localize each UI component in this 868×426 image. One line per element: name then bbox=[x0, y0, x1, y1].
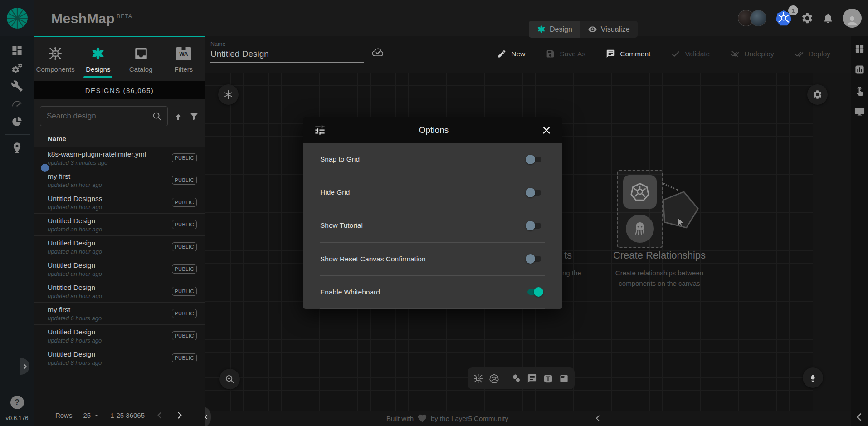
canvas-options-button[interactable] bbox=[807, 84, 828, 105]
undeploy-button[interactable]: Undeploy bbox=[730, 49, 774, 59]
design-updated: updated an hour ago bbox=[48, 293, 102, 299]
widgets-button[interactable] bbox=[854, 44, 865, 54]
search-input[interactable] bbox=[46, 111, 148, 121]
enable-whiteboard-toggle[interactable] bbox=[527, 289, 541, 295]
snowflake-gear-icon bbox=[223, 89, 234, 100]
display-button[interactable] bbox=[854, 106, 865, 117]
panel-tabs: Components Designs Catalog WA Filters bbox=[34, 37, 205, 81]
genie-lamp-icon bbox=[808, 372, 818, 383]
save-as-button[interactable]: Save As bbox=[546, 49, 585, 59]
design-list-item[interactable]: Untitled Design updated an hour ago PUBL… bbox=[34, 280, 205, 303]
close-modal-button[interactable] bbox=[541, 125, 551, 135]
kubernetes-context-button[interactable]: 1 bbox=[775, 10, 792, 27]
metrics-button[interactable] bbox=[854, 64, 865, 75]
prev-page-button[interactable] bbox=[156, 411, 164, 420]
design-list-item[interactable]: Untitled Design updated an hour ago PUBL… bbox=[34, 236, 205, 258]
collaborator-avatar-2[interactable] bbox=[750, 10, 766, 26]
nav-meshmap[interactable] bbox=[0, 139, 34, 157]
option-row-show-tutorial: Show Tutorial bbox=[320, 209, 545, 242]
design-name: Untitled Design bbox=[48, 350, 102, 358]
text-tool-icon[interactable] bbox=[543, 373, 553, 384]
components-tool-icon[interactable] bbox=[473, 373, 483, 384]
show-tutorial-toggle[interactable] bbox=[527, 223, 541, 229]
nav-lifecycle[interactable] bbox=[0, 59, 34, 77]
gear-icon bbox=[801, 12, 814, 24]
settings-button[interactable] bbox=[801, 12, 814, 24]
onboarding-title: Create Relationships bbox=[600, 250, 719, 261]
rows-per-page-select[interactable]: 25 bbox=[83, 411, 99, 419]
kubernetes-tool-icon[interactable] bbox=[489, 373, 499, 384]
canvas-actions: New Save As Comment Validate Undeploy bbox=[497, 36, 851, 59]
design-updated: updated 3 minutes ago bbox=[48, 159, 146, 166]
design-list-item[interactable]: Untitled Designss updated an hour ago PU… bbox=[34, 191, 205, 214]
meshmap-app: MeshMapBETA Design Visualize 1 bbox=[0, 0, 868, 426]
nav-extensions[interactable] bbox=[0, 113, 34, 130]
design-list-item[interactable]: k8s-wasm-plugin-ratelimiter.yml updated … bbox=[34, 147, 205, 169]
layer5-logo[interactable] bbox=[0, 0, 34, 36]
collaborator-avatars[interactable] bbox=[738, 10, 766, 26]
touch-icon bbox=[854, 85, 865, 96]
onboarding-squid-node bbox=[626, 215, 654, 243]
helper-button[interactable] bbox=[803, 367, 823, 388]
wasm-icon-label: WA bbox=[179, 51, 188, 57]
help-button[interactable]: ? bbox=[10, 396, 24, 409]
shapes-tool-icon[interactable] bbox=[511, 373, 522, 384]
page-title: MeshMapBETA bbox=[51, 11, 132, 26]
nav-dashboard[interactable] bbox=[0, 42, 34, 59]
import-design-button[interactable] bbox=[173, 111, 184, 122]
design-name-input[interactable] bbox=[210, 49, 364, 63]
tab-design[interactable]: Design bbox=[529, 21, 580, 38]
tab-catalog[interactable]: Catalog bbox=[120, 37, 162, 81]
floppy-icon bbox=[546, 49, 555, 59]
comment-tool-icon[interactable] bbox=[527, 373, 537, 384]
visibility-badge: PUBLIC bbox=[172, 309, 197, 318]
filter-button[interactable] bbox=[189, 111, 200, 122]
mode-switcher: Design Visualize bbox=[529, 21, 638, 38]
deploy-button[interactable]: Deploy bbox=[795, 49, 830, 59]
nav-configuration[interactable] bbox=[0, 77, 34, 95]
footer-collapse-button[interactable] bbox=[594, 414, 602, 422]
tune-sliders-icon bbox=[314, 124, 326, 136]
design-name: Untitled Design bbox=[48, 284, 102, 292]
kubernetes-wheel-icon bbox=[629, 181, 650, 202]
undeploy-button-label: Undeploy bbox=[744, 50, 774, 58]
tab-components[interactable]: Components bbox=[34, 37, 77, 81]
validate-button[interactable]: Validate bbox=[671, 49, 710, 59]
show-reset-canvas-confirmation-toggle[interactable] bbox=[527, 256, 541, 262]
design-list-item[interactable]: my first updated an hour ago PUBLIC bbox=[34, 169, 205, 191]
components-icon bbox=[48, 46, 63, 61]
new-button[interactable]: New bbox=[497, 49, 525, 59]
snap-to-grid-toggle[interactable] bbox=[527, 157, 541, 162]
bar-chart-icon bbox=[854, 64, 865, 75]
interaction-button[interactable] bbox=[854, 85, 865, 96]
tab-components-label: Components bbox=[36, 65, 75, 73]
design-list-item[interactable]: Untitled Design updated 8 hours ago PUBL… bbox=[34, 347, 205, 369]
comment-button[interactable]: Comment bbox=[606, 49, 650, 59]
media-tool-icon[interactable] bbox=[559, 373, 569, 384]
canvas-config-button[interactable] bbox=[218, 84, 239, 105]
pencil-icon bbox=[497, 49, 507, 59]
zoom-button[interactable] bbox=[219, 369, 240, 389]
onboarding-description: Create relationships between components … bbox=[600, 268, 719, 289]
user-avatar[interactable] bbox=[843, 9, 862, 28]
tab-visualize-label: Visualize bbox=[601, 25, 630, 34]
hide-grid-toggle[interactable] bbox=[527, 190, 541, 196]
cursor-icon bbox=[676, 217, 687, 228]
search-icon[interactable] bbox=[152, 111, 162, 121]
option-label: Show Reset Canvas Confirmation bbox=[320, 255, 426, 263]
nav-performance[interactable] bbox=[0, 95, 34, 113]
next-page-button[interactable] bbox=[175, 411, 184, 420]
design-list-item[interactable]: Untitled Design updated an hour ago PUBL… bbox=[34, 258, 205, 280]
rail-bottom: ? v0.6.176 bbox=[0, 396, 34, 421]
design-list-item[interactable]: Untitled Design updated an hour ago PUBL… bbox=[34, 214, 205, 236]
tab-visualize[interactable]: Visualize bbox=[580, 21, 638, 38]
design-list-item[interactable]: my first updated 6 hours ago PUBLIC bbox=[34, 303, 205, 325]
right-rail-collapse-button[interactable] bbox=[854, 412, 865, 422]
canvas-right-gutter bbox=[813, 73, 851, 411]
tab-designs[interactable]: Designs bbox=[77, 37, 119, 81]
cloud-saved-indicator bbox=[371, 45, 385, 59]
notifications-button[interactable] bbox=[822, 12, 834, 24]
tab-filters[interactable]: WA Filters bbox=[162, 37, 205, 81]
design-list-item[interactable]: Untitled Design updated 8 hours ago PUBL… bbox=[34, 325, 205, 347]
option-label: Enable Whiteboard bbox=[320, 288, 380, 296]
